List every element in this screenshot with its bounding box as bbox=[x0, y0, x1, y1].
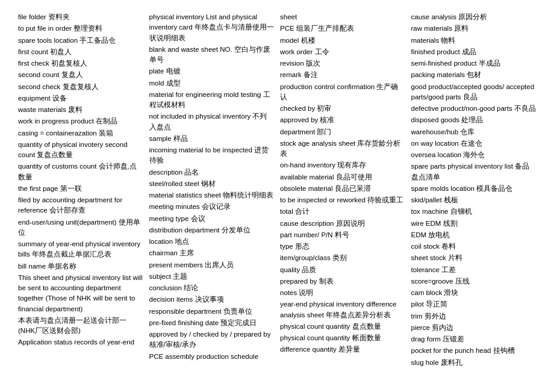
term-item: second check 复盘复核人 bbox=[18, 82, 143, 92]
term-item: to put file in order 整理资料 bbox=[18, 23, 143, 34]
column-4: cause analysis 原因分析raw materials 原料mater… bbox=[411, 12, 537, 368]
term-item: year-end physical inventory difference a… bbox=[280, 299, 405, 320]
term-item: meeting type 会议 bbox=[149, 214, 275, 224]
term-item: sample 样品 bbox=[149, 134, 275, 144]
term-item: warehouse/hub 仓库 bbox=[411, 127, 537, 137]
column-1: file folder 资料夹to put file in order 整理资料… bbox=[18, 12, 143, 368]
term-item: skid/pallet 栈板 bbox=[411, 195, 537, 205]
term-item: available material 良品可使用 bbox=[280, 172, 405, 182]
term-item: approved by / checked by / prepared by 核… bbox=[149, 329, 275, 350]
term-item: difference quantity 差异量 bbox=[280, 344, 405, 355]
term-item: item/group/class 类别 bbox=[280, 253, 405, 263]
term-item: physical count quantity 帐面数量 bbox=[280, 333, 405, 343]
term-item: stock age analysis sheet 库存货龄分析表 bbox=[280, 138, 405, 160]
term-item: pierce 剪内边 bbox=[411, 323, 537, 333]
term-item: tox machine 自铆机 bbox=[411, 207, 537, 217]
term-item: wire EDM 线割 bbox=[411, 219, 537, 229]
term-item: obsolete material 良品已呆滞 bbox=[280, 184, 405, 194]
term-item: 本表请与盘点清册一起送会计部一(NHK厂区送财会部) bbox=[18, 316, 143, 337]
term-item: work order 工令 bbox=[280, 47, 405, 57]
term-item: waste materials 废料 bbox=[18, 105, 143, 115]
term-item: quantity of customs count 会计师盘,点数量 bbox=[18, 161, 143, 182]
term-item: revision 版次 bbox=[280, 58, 405, 69]
term-item: summary of year-end physical inventory b… bbox=[18, 239, 143, 260]
term-item: present members 出席人员 bbox=[149, 260, 275, 270]
term-item: not included in physical inventory 不列入盘点 bbox=[149, 111, 275, 132]
term-item: materials 物料 bbox=[411, 36, 537, 46]
term-item: spare tools location 手工备品仓 bbox=[18, 36, 143, 46]
term-item: semi-finished product 半成品 bbox=[411, 58, 537, 69]
term-item: casing = containerazation 装箱 bbox=[18, 128, 143, 138]
term-item: plate 电镀 bbox=[149, 66, 275, 76]
term-item: defective product/non-good parts 不良品 bbox=[411, 104, 537, 114]
term-item: blank and waste sheet NO. 空白与作废单号 bbox=[149, 45, 275, 66]
term-item: model 机楼 bbox=[280, 36, 405, 46]
term-item: to be inspected or reworked 待验或重工 bbox=[280, 195, 405, 205]
column-3: sheetPCE 组装厂生产排配表model 机楼work order 工令re… bbox=[280, 12, 405, 368]
term-item: material for engineering mold testing 工程… bbox=[149, 90, 275, 111]
term-item: on-hand inventory 现有库存 bbox=[280, 160, 405, 170]
term-item: cam block 滑块 bbox=[411, 288, 537, 298]
term-item: equipment 设备 bbox=[18, 93, 143, 104]
term-item: physical inventory List and physical inv… bbox=[149, 12, 275, 43]
term-item: description 品名 bbox=[149, 167, 275, 178]
term-item: work in progress product 在制品 bbox=[18, 116, 143, 126]
term-item: department 部门 bbox=[280, 127, 405, 137]
term-item: approved by 核准 bbox=[280, 115, 405, 125]
term-item: drag form 压锻差 bbox=[411, 334, 537, 344]
term-item: finished product 成品 bbox=[411, 47, 537, 57]
term-item: PCE 组装厂生产排配表 bbox=[280, 23, 405, 34]
term-item: mold 成型 bbox=[149, 78, 275, 89]
term-item: first check 初盘复核人 bbox=[18, 58, 143, 69]
term-item: disposed goods 处理品 bbox=[411, 115, 537, 125]
term-item: raw materials 原料 bbox=[411, 23, 537, 34]
term-item: EDM 放电机 bbox=[411, 230, 537, 240]
term-item: physical count quantity 盘点数量 bbox=[280, 322, 405, 332]
term-item: tolerance 工差 bbox=[411, 265, 537, 275]
term-item: pilot 导正简 bbox=[411, 299, 537, 310]
term-item: filed by accounting department for refer… bbox=[18, 195, 143, 216]
term-item: incoming material to be inspected 进货待验 bbox=[149, 145, 275, 166]
term-item: pocket for the punch head 挂钩槽 bbox=[411, 346, 537, 356]
term-item: production control confirmation 生产确认 bbox=[280, 82, 405, 103]
term-item: part number/ P/N 料号 bbox=[280, 230, 405, 240]
term-item: meeting minutes 会议记录 bbox=[149, 202, 275, 212]
term-item: This sheet and physical inventory list w… bbox=[18, 273, 143, 314]
term-item: spare molds location 模具备品仓 bbox=[411, 184, 537, 194]
term-item: Application status records of year-end bbox=[18, 337, 143, 347]
column-2: physical inventory List and physical inv… bbox=[149, 12, 275, 368]
term-item: on way location 在途仓 bbox=[411, 138, 537, 149]
term-item: PCE assembly production schedule bbox=[149, 352, 275, 362]
term-item: sheet bbox=[280, 12, 405, 22]
term-item: type 形态 bbox=[280, 241, 405, 252]
term-item: oversea location 海外仓 bbox=[411, 150, 537, 160]
term-item: conclusion 结论 bbox=[149, 283, 275, 293]
term-item: first count 初盘人 bbox=[18, 47, 143, 57]
term-item: the first page 第一联 bbox=[18, 184, 143, 194]
term-item: steel/rolled steel 钢材 bbox=[149, 179, 275, 189]
term-item: checked by 初审 bbox=[280, 104, 405, 114]
term-item: end-user/using unit(department) 使用单位 bbox=[18, 217, 143, 238]
term-item: cause description 原因说明 bbox=[280, 219, 405, 229]
term-item: prepared by 制表 bbox=[280, 276, 405, 287]
term-item: chairman 主席 bbox=[149, 248, 275, 258]
term-item: notes 说明 bbox=[280, 288, 405, 298]
term-item: cause analysis 原因分析 bbox=[411, 12, 537, 22]
term-item: good product/accepted goods/ accepted pa… bbox=[411, 82, 537, 103]
term-item: total 合计 bbox=[280, 207, 405, 217]
term-item: location 地点 bbox=[149, 237, 275, 247]
term-item: responsible department 负责单位 bbox=[149, 306, 275, 317]
term-item: score=groove 压线 bbox=[411, 276, 537, 287]
term-item: bill name 单据名称 bbox=[18, 261, 143, 272]
term-item: quality 品质 bbox=[280, 265, 405, 275]
term-item: second count 复盘人 bbox=[18, 70, 143, 80]
term-item: pre-fixed finishing date 预定完成日 bbox=[149, 318, 275, 328]
term-item: distribution department 分发单位 bbox=[149, 225, 275, 235]
main-content: file folder 资料夹to put file in order 整理资料… bbox=[18, 12, 536, 368]
term-item: decision items 决议事项 bbox=[149, 294, 275, 305]
term-item: quantity of physical invotery second cou… bbox=[18, 140, 143, 161]
term-item: sheet stock 片料 bbox=[411, 253, 537, 263]
term-item: file folder 资料夹 bbox=[18, 12, 143, 22]
term-item: spare parts physical inventory list 备品盘点… bbox=[411, 161, 537, 182]
term-item: coil stock 卷料 bbox=[411, 241, 537, 252]
